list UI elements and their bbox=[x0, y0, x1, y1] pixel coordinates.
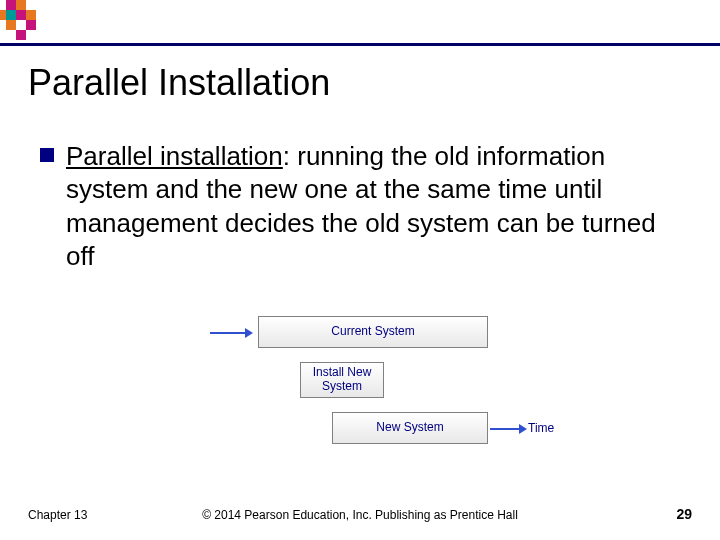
diagram-new-system-label: New System bbox=[376, 421, 443, 435]
diagram-new-system-box: New System bbox=[332, 412, 488, 444]
diagram-install-new-box: Install New System bbox=[300, 362, 384, 398]
diagram-time-label: Time bbox=[528, 421, 554, 435]
arrow-icon bbox=[490, 428, 520, 430]
diagram-install-new-label: Install New System bbox=[313, 366, 372, 394]
slide-title: Parallel Installation bbox=[28, 62, 330, 104]
bullet-icon bbox=[40, 148, 54, 162]
body-content: Parallel installation: running the old i… bbox=[40, 140, 680, 273]
diagram: Current System Install New System New Sy… bbox=[200, 310, 560, 465]
diagram-current-system-label: Current System bbox=[331, 325, 414, 339]
bullet-term: Parallel installation bbox=[66, 141, 283, 171]
footer-chapter: Chapter 13 bbox=[28, 508, 87, 522]
title-divider bbox=[0, 43, 720, 46]
footer-copyright: © 2014 Pearson Education, Inc. Publishin… bbox=[202, 508, 518, 522]
footer-page-number: 29 bbox=[676, 506, 692, 522]
bullet-text: Parallel installation: running the old i… bbox=[66, 140, 680, 273]
diagram-current-system-box: Current System bbox=[258, 316, 488, 348]
footer: Chapter 13 © 2014 Pearson Education, Inc… bbox=[0, 502, 720, 522]
bullet-item: Parallel installation: running the old i… bbox=[40, 140, 680, 273]
arrow-icon bbox=[210, 332, 246, 334]
brand-logo bbox=[0, 0, 60, 45]
